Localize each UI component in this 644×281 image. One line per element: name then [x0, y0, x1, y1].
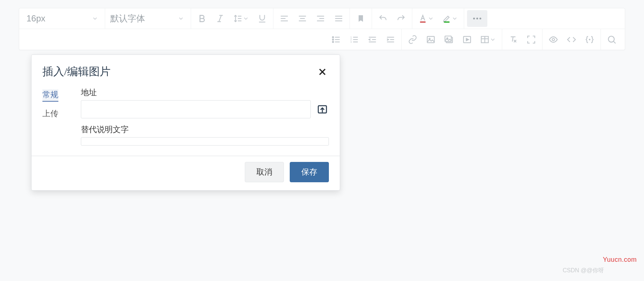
undo-icon: [378, 14, 388, 23]
align-center-button[interactable]: [294, 11, 310, 27]
image-url-input[interactable]: [81, 100, 311, 118]
underline-button[interactable]: [254, 11, 270, 27]
site-watermark: Yuucn.com: [603, 256, 637, 264]
svg-point-28: [333, 41, 334, 42]
highlight-icon: [442, 14, 451, 23]
align-justify-button[interactable]: [331, 11, 347, 27]
align-left-icon: [280, 14, 289, 23]
overflow-menu-button[interactable]: [467, 10, 487, 27]
dialog-title: 插入/编辑图片: [42, 64, 111, 79]
line-height-icon: [233, 14, 243, 23]
align-right-icon: [316, 14, 325, 23]
svg-point-26: [333, 36, 334, 37]
credit-watermark: CSDN @@你呀: [563, 267, 604, 274]
url-label: 地址: [81, 87, 329, 98]
bullet-list-icon: [331, 35, 341, 44]
video-icon: [462, 35, 472, 44]
chevron-down-icon: [92, 15, 98, 22]
bold-icon: [197, 14, 207, 23]
svg-point-25: [479, 18, 481, 20]
video-button[interactable]: [459, 32, 475, 48]
svg-line-59: [614, 41, 615, 43]
browse-image-button[interactable]: [316, 103, 329, 116]
dialog-close-button[interactable]: [316, 65, 329, 78]
italic-icon: [215, 14, 225, 23]
gallery-button[interactable]: [441, 32, 457, 48]
tab-general[interactable]: 常规: [42, 89, 58, 102]
svg-line-2: [219, 15, 222, 21]
chevron-down-icon: [178, 15, 184, 22]
line-height-button[interactable]: [230, 11, 252, 27]
svg-point-56: [552, 38, 555, 41]
redo-button[interactable]: [393, 11, 409, 27]
text-color-icon: [418, 14, 428, 23]
font-size-select[interactable]: 16px: [24, 11, 102, 27]
chevron-down-icon: [451, 15, 458, 22]
undo-button[interactable]: [375, 11, 391, 27]
outdent-button[interactable]: [364, 32, 380, 48]
close-icon: [318, 67, 327, 77]
font-size-value: 16px: [26, 13, 45, 24]
gallery-icon: [444, 35, 454, 44]
underline-icon: [257, 14, 267, 23]
chevron-down-icon: [243, 15, 249, 22]
svg-text:3: 3: [350, 40, 352, 43]
save-button[interactable]: 保存: [290, 162, 329, 182]
more-horizontal-icon: [472, 13, 483, 24]
svg-marker-50: [466, 38, 469, 41]
search-button[interactable]: [604, 32, 620, 48]
preview-button[interactable]: [545, 32, 561, 48]
outdent-icon: [368, 35, 377, 44]
svg-point-58: [608, 36, 614, 42]
chevron-down-icon: [490, 36, 496, 43]
highlight-color-button[interactable]: [439, 11, 461, 27]
bookmark-button[interactable]: [353, 11, 369, 27]
code-view-button[interactable]: [564, 32, 579, 48]
alt-label: 替代说明文字: [81, 124, 329, 135]
chevron-down-icon: [428, 15, 434, 22]
table-button[interactable]: [477, 32, 499, 48]
code-icon: [566, 35, 577, 44]
bold-button[interactable]: [194, 11, 210, 27]
font-family-select[interactable]: 默认字体: [108, 11, 188, 27]
dialog-tabs: 常规 上传: [42, 87, 71, 146]
svg-point-24: [476, 18, 478, 20]
numbered-list-icon: 123: [350, 35, 359, 44]
insert-image-dialog: 插入/编辑图片 常规 上传 地址: [31, 54, 340, 191]
align-justify-icon: [334, 14, 343, 23]
search-icon: [607, 34, 617, 45]
align-left-button[interactable]: [276, 11, 292, 27]
svg-rect-44: [427, 36, 434, 42]
clear-format-icon: [508, 35, 518, 44]
indent-button[interactable]: [383, 32, 399, 48]
svg-point-27: [333, 39, 334, 40]
braces-icon: [585, 35, 595, 44]
eye-icon: [548, 35, 559, 44]
svg-point-57: [589, 39, 590, 40]
svg-point-23: [473, 18, 475, 20]
image-alt-input[interactable]: [81, 137, 329, 146]
redo-icon: [396, 14, 406, 23]
link-icon: [408, 35, 417, 44]
template-button[interactable]: [582, 32, 598, 48]
table-icon: [480, 35, 490, 44]
indent-icon: [386, 35, 395, 44]
link-button[interactable]: [405, 32, 421, 48]
clear-format-button[interactable]: [505, 32, 521, 48]
align-right-button[interactable]: [313, 11, 329, 27]
fullscreen-icon: [527, 35, 536, 44]
bullet-list-button[interactable]: [328, 32, 344, 48]
upload-icon: [317, 104, 328, 115]
insert-image-button[interactable]: [423, 32, 439, 48]
numbered-list-button[interactable]: 123: [346, 32, 362, 48]
italic-button[interactable]: [212, 11, 228, 27]
image-icon: [426, 35, 435, 44]
editor-toolbar: 16px 默认字体: [19, 8, 625, 50]
tab-upload[interactable]: 上传: [42, 108, 58, 120]
align-center-icon: [298, 14, 307, 23]
bookmark-icon: [356, 14, 365, 23]
fullscreen-button[interactable]: [523, 32, 539, 48]
font-family-value: 默认字体: [110, 13, 145, 24]
cancel-button[interactable]: 取消: [245, 162, 284, 182]
text-color-button[interactable]: [415, 11, 437, 27]
